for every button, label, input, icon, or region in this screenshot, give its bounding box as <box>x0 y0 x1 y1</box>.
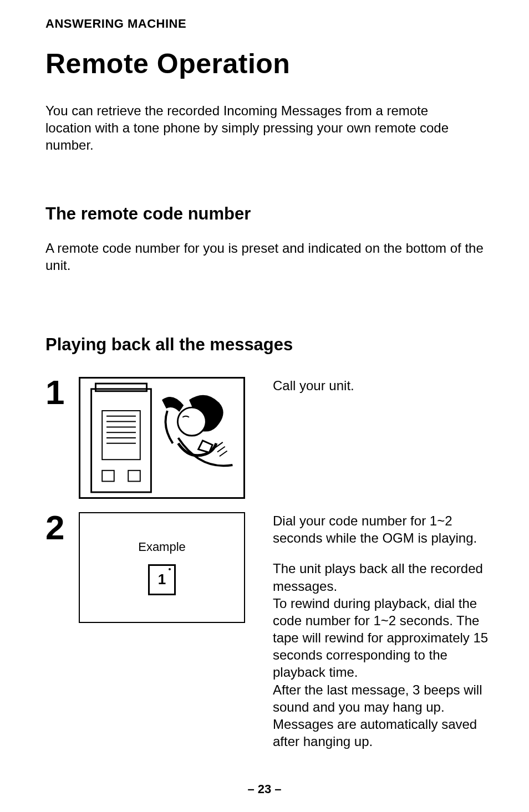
svg-line-14 <box>220 451 227 456</box>
step-2-number: 2 <box>45 512 79 543</box>
example-label: Example <box>138 540 186 554</box>
svg-line-13 <box>217 447 225 452</box>
svg-rect-10 <box>128 471 140 482</box>
example-box: Example 1 <box>79 512 245 623</box>
paragraph-remote-code: A remote code number for you is preset a… <box>45 239 489 274</box>
page-number: – 23 – <box>0 782 529 796</box>
heading-playback: Playing back all the messages <box>45 335 490 355</box>
keypad-key-1: 1 <box>148 564 176 595</box>
svg-point-11 <box>177 407 206 436</box>
step-2-instruction-b: The unit plays back all the recorded mes… <box>273 560 490 750</box>
step-2-instruction-a: Dial your code number for 1~2 seconds wh… <box>273 512 490 547</box>
svg-rect-9 <box>102 471 114 482</box>
step-1: 1 <box>45 377 490 499</box>
step-1-instruction: Call your unit. <box>273 377 490 394</box>
intro-paragraph: You can retrieve the recorded Incoming M… <box>45 102 467 154</box>
section-label: ANSWERING MACHINE <box>45 17 490 31</box>
step-2: 2 Example 1 Dial your code number for 1~… <box>45 512 490 750</box>
payphone-illustration <box>79 377 245 499</box>
step-2-figure: Example 1 <box>79 512 251 623</box>
step-2-text: Dial your code number for 1~2 seconds wh… <box>273 512 490 750</box>
step-1-figure <box>79 377 251 499</box>
svg-rect-0 <box>91 389 151 492</box>
svg-rect-1 <box>95 384 146 391</box>
step-1-number: 1 <box>45 377 79 408</box>
payphone-person-icon <box>80 377 243 499</box>
heading-remote-code: The remote code number <box>45 204 490 224</box>
step-1-text: Call your unit. <box>273 377 490 394</box>
svg-rect-2 <box>102 411 140 459</box>
page-title: Remote Operation <box>45 48 490 80</box>
